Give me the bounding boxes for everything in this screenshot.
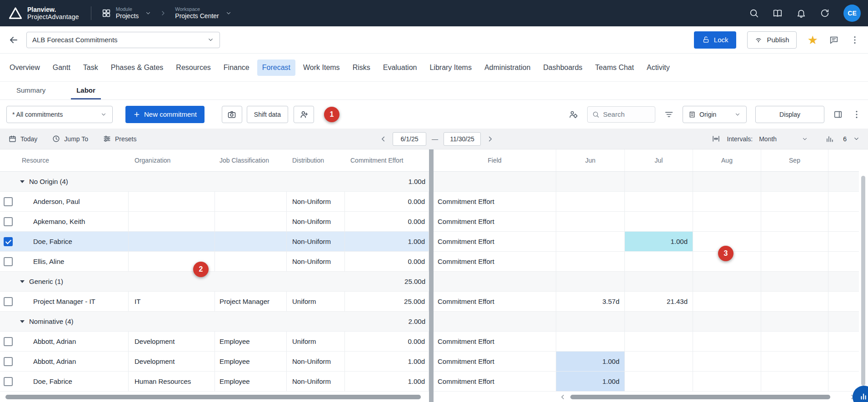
row-checkbox[interactable] (4, 217, 13, 226)
column-header-job-classification[interactable]: Job Classification (215, 149, 287, 171)
resource-settings-icon[interactable] (569, 109, 579, 119)
search-field[interactable] (587, 106, 655, 123)
chart-rows-icon[interactable] (825, 134, 834, 143)
end-date-input[interactable] (444, 132, 481, 146)
search-icon[interactable] (749, 8, 759, 18)
user-avatar[interactable]: CE (843, 5, 861, 22)
table-row[interactable]: Abbott, AdrianDevelopmentEmployeeNon-Uni… (0, 352, 429, 372)
search-input[interactable] (603, 110, 649, 118)
side-panel-toggle-icon[interactable] (833, 109, 843, 119)
table-row-right[interactable]: Commitment Effort (434, 192, 859, 212)
display-button[interactable]: Display (755, 106, 824, 123)
new-commitment-button[interactable]: New commitment (125, 106, 205, 123)
favorite-star-icon[interactable]: ★ (808, 34, 818, 46)
left-horizontal-scrollbar-thumb[interactable] (5, 395, 421, 399)
pane-splitter-handle[interactable] (429, 149, 434, 402)
table-row-right[interactable]: Commitment Effort3.57d21.43d (434, 292, 859, 312)
tab-task[interactable]: Task (78, 60, 103, 76)
column-header-resource[interactable]: Resource (15, 149, 129, 171)
row-checkbox[interactable] (4, 237, 13, 246)
knowledge-book-icon[interactable] (773, 8, 783, 18)
column-header-sep[interactable]: Sep (761, 149, 828, 171)
table-row[interactable]: Abbott, AdrianDevelopmentEmployeeUniform… (0, 332, 429, 352)
table-row[interactable]: Doe, FabriceHuman ResourcesEmployeeNon-U… (0, 372, 429, 392)
table-row-right[interactable]: Commitment Effort1.00d (434, 352, 859, 372)
tab-administration[interactable]: Administration (479, 60, 535, 76)
presets-button[interactable]: Presets (103, 134, 136, 143)
tab-resources[interactable]: Resources (171, 60, 215, 76)
subtab-summary[interactable]: Summary (11, 82, 51, 99)
start-date-input[interactable] (393, 132, 426, 146)
tab-activity[interactable]: Activity (642, 60, 675, 76)
cell-month-value[interactable]: 1.00d (556, 352, 625, 371)
right-horizontal-scrollbar-thumb[interactable] (570, 395, 830, 399)
row-checkbox[interactable] (4, 377, 13, 386)
column-header-field[interactable]: Field (434, 149, 556, 171)
tab-work-items[interactable]: Work Items (298, 60, 345, 76)
lock-button[interactable]: Lock (694, 31, 737, 49)
filter-list-icon[interactable] (664, 109, 674, 119)
row-checkbox[interactable] (4, 297, 13, 306)
table-row[interactable]: Anderson, PaulNon-Uniform0.00d (0, 192, 429, 212)
column-header-aug[interactable]: Aug (693, 149, 761, 171)
table-row-right[interactable]: Commitment Effort (434, 212, 859, 232)
snapshot-camera-button[interactable] (222, 106, 242, 123)
column-header-distribution[interactable]: Distribution (287, 149, 345, 171)
tab-phases-gates[interactable]: Phases & Gates (106, 60, 169, 76)
collapse-caret-icon[interactable] (20, 280, 25, 283)
table-row[interactable]: Ellis, AlineNon-Uniform0.00d (0, 252, 429, 272)
tab-library-items[interactable]: Library Items (424, 60, 476, 76)
tab-forecast[interactable]: Forecast (257, 60, 295, 76)
row-checkbox[interactable] (4, 357, 13, 366)
group-by-origin-dropdown[interactable]: Origin (683, 106, 747, 123)
row-checkbox[interactable] (4, 197, 13, 206)
tab-risks[interactable]: Risks (348, 60, 375, 76)
brand[interactable]: Planview. ProjectAdvantage (8, 6, 79, 20)
row-checkbox[interactable] (4, 257, 13, 266)
table-row-right[interactable]: Commitment Effort1.00d (434, 232, 859, 252)
column-header-commitment-effort[interactable]: Commitment Effort (345, 149, 429, 171)
interval-dropdown[interactable]: Month (759, 135, 808, 143)
vertical-scrollbar[interactable] (859, 172, 868, 392)
workspace-switcher[interactable]: Workspace Projects Center (175, 6, 231, 20)
commitments-filter-dropdown[interactable]: * All commitments (6, 106, 113, 123)
more-options-kebab-icon[interactable] (850, 35, 860, 45)
subtab-labor[interactable]: Labor (71, 82, 101, 99)
collapse-caret-icon[interactable] (20, 180, 25, 183)
cell-month-value[interactable]: 1.00d (556, 372, 625, 391)
view-selector-dropdown[interactable]: ALB Forecast Commitments (26, 32, 220, 48)
column-header-organization[interactable]: Organization (129, 149, 215, 171)
column-header-jun[interactable]: Jun (556, 149, 625, 171)
cell-month-value[interactable]: 1.00d (625, 232, 693, 251)
refresh-icon[interactable] (820, 8, 830, 18)
table-row-right[interactable]: Commitment Effort1.00d (434, 372, 859, 392)
tab-dashboards[interactable]: Dashboards (538, 60, 587, 76)
column-header-jul[interactable]: Jul (625, 149, 693, 171)
notifications-bell-icon[interactable] (796, 8, 806, 18)
group-row[interactable]: Nominative (4)2.00d (0, 312, 429, 332)
table-row-right[interactable]: Commitment Effort (434, 252, 859, 272)
tab-overview[interactable]: Overview (5, 60, 45, 76)
back-arrow-icon[interactable] (8, 35, 19, 45)
collapse-caret-icon[interactable] (20, 320, 25, 323)
module-switcher[interactable]: Module Projects (101, 6, 152, 20)
feedback-comment-icon[interactable] (829, 35, 839, 45)
tab-finance[interactable]: Finance (219, 60, 254, 76)
table-row[interactable]: Apkemano, KeithNon-Uniform0.00d (0, 212, 429, 232)
group-row[interactable]: Generic (1)25.00d (0, 272, 429, 292)
vertical-scrollbar-thumb[interactable] (861, 176, 865, 386)
previous-period-chevron-icon[interactable] (379, 135, 387, 143)
tab-teams-chat[interactable]: Teams Chat (590, 60, 639, 76)
more-options-kebab-icon[interactable] (852, 109, 862, 119)
next-period-chevron-icon[interactable] (486, 135, 494, 143)
jump-to-button[interactable]: Jump To (52, 134, 88, 143)
tab-evaluation[interactable]: Evaluation (378, 60, 422, 76)
tab-gantt[interactable]: Gantt (48, 60, 75, 76)
shift-data-button[interactable]: Shift data (247, 106, 288, 123)
row-checkbox[interactable] (4, 337, 13, 346)
chevron-down-icon[interactable] (853, 135, 860, 142)
table-row[interactable]: Doe, FabriceNon-Uniform1.00d (0, 232, 429, 252)
publish-button[interactable]: Publish (747, 31, 796, 49)
assign-resource-button[interactable] (294, 106, 314, 123)
table-row-right[interactable]: Commitment Effort (434, 332, 859, 352)
